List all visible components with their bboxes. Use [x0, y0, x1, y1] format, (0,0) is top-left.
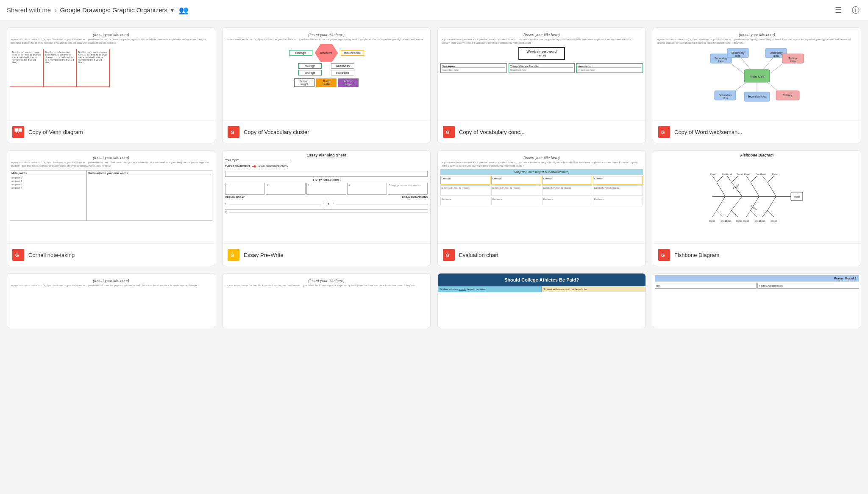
folder-title: Google Drawings: Graphic Organizers	[60, 6, 167, 14]
eval-row3-4: Evidence:	[593, 197, 643, 205]
card-icon-essay: G	[228, 249, 239, 261]
card-title-word-web: Copy of Word web/seman...	[674, 129, 742, 135]
svg-text:Detail: Detail	[709, 220, 715, 222]
svg-line-51	[732, 176, 738, 182]
card-bottom2[interactable]: (Insert your title here) e your instruct…	[222, 273, 431, 328]
people-icon[interactable]: 👥	[179, 6, 188, 15]
card-eval[interactable]: (Insert your title here) e your instruct…	[437, 150, 646, 266]
eval-row3-2: Evidence:	[491, 197, 541, 205]
svg-text:G: G	[446, 130, 450, 135]
fishbone-preview-title: Fishbone Diagram	[656, 153, 858, 157]
svg-text:idea: idea	[735, 54, 741, 57]
card-icon-cornell: G	[12, 249, 24, 261]
eval-row2-4: Successful? Yes / Reason:	[593, 185, 643, 196]
card-venn[interactable]: (Insert your title here) e your instruct…	[7, 27, 215, 143]
card-preview-fishbone: Fishbone Diagram	[653, 151, 861, 244]
breadcrumb-group: Shared with me › Google Drawings: Graphi…	[7, 6, 830, 15]
card-title-cornell: Cornell note-taking	[28, 252, 75, 258]
svg-line-57	[717, 210, 723, 217]
svg-line-54	[762, 176, 768, 182]
svg-line-63	[768, 210, 774, 217]
svg-text:G: G	[231, 253, 234, 258]
arrow-right-icon: ➜	[252, 163, 257, 170]
svg-text:Factor: Factor	[750, 205, 757, 211]
cards-grid: (Insert your title here) e your instruct…	[0, 20, 868, 335]
card-bottom1[interactable]: (Insert your title here) e your instruct…	[7, 273, 215, 328]
card-preview-word-web: (Insert your title here) e your instruct…	[653, 28, 861, 121]
card-fishbone[interactable]: Fishbone Diagram	[653, 150, 861, 266]
breadcrumb-chevron: ›	[54, 6, 56, 14]
svg-line-48	[712, 176, 717, 182]
svg-text:Tertiary: Tertiary	[783, 94, 792, 97]
card-frayer[interactable]: Frayer Model 1 tion: Facts/Characteristi…	[653, 273, 861, 328]
bottom1-preview-text: e your instructions in this box. Or, if …	[10, 284, 212, 287]
svg-text:idea: idea	[718, 60, 724, 63]
card-preview-eval: (Insert your title here) e your instruct…	[438, 151, 645, 244]
card-vocab-concept[interactable]: (Insert your title here) e your instruct…	[437, 27, 646, 143]
svg-text:Secondary idea: Secondary idea	[747, 95, 767, 98]
svg-text:Detail: Detail	[726, 173, 732, 176]
vocab-cluster-preview-title: (Insert your title here)	[225, 33, 428, 37]
card-footer-fishbone: G Fishbone Diagram	[653, 244, 861, 266]
not-paid-because-label: Student athletes should not be paid be	[542, 286, 645, 292]
svg-rect-1	[19, 128, 22, 131]
card-cornell[interactable]: (Insert your title here) e your instruct…	[7, 150, 215, 266]
svg-line-56	[712, 210, 717, 217]
venn-preview-title: (Insert your title here)	[10, 33, 212, 37]
card-word-web[interactable]: (Insert your title here) e your instruct…	[653, 27, 861, 143]
card-preview-vocab-concept: (Insert your title here) e your instruct…	[438, 28, 645, 121]
essay-box-2: 2.	[266, 183, 306, 195]
pentagon-shape: 1	[323, 200, 334, 208]
svg-line-50	[727, 176, 732, 182]
kernel-essay-label: KERNEL ESSAY	[225, 196, 245, 198]
svg-text:Detail: Detail	[772, 173, 778, 176]
svg-text:idea: idea	[790, 60, 796, 63]
essay-preview-title: Essay Planning Sheet	[225, 153, 428, 157]
eval-row3-3: Evidence:	[542, 197, 592, 205]
thesis-input-box	[225, 171, 428, 177]
svg-text:Topic: Topic	[794, 195, 800, 198]
shared-with-me-link[interactable]: Shared with me	[7, 6, 51, 14]
svg-text:G: G	[446, 253, 450, 258]
eval-preview-title: (Insert your title here)	[440, 156, 643, 160]
card-icon-venn: G	[12, 126, 24, 138]
card-footer-essay: G Essay Pre-Write	[223, 244, 430, 266]
eval-header-3: Criterion:	[542, 176, 592, 184]
card-icon-eval: G	[443, 249, 455, 261]
svg-line-60	[746, 210, 751, 217]
svg-text:G: G	[661, 253, 665, 258]
card-footer-vocab-concept: G Copy of Vocabulary conc...	[438, 121, 645, 143]
essay-box-5: 5. only if you use this essay structure	[388, 183, 428, 195]
svg-line-44	[717, 196, 725, 210]
frayer-title: Frayer Model 1	[655, 275, 859, 282]
eval-row2-2: Successful? Yes / no Reason:	[491, 185, 541, 196]
card-icon-vocab-cluster: G	[228, 126, 239, 138]
card-icon-vocab-concept: G	[443, 126, 455, 138]
svg-text:G: G	[16, 130, 19, 134]
svg-text:idea: idea	[723, 97, 728, 100]
word-web-preview-title: (Insert your title here)	[656, 33, 858, 37]
essay-expansions-label: ESSAY EXPANSIONS	[402, 196, 428, 198]
svg-line-52	[746, 176, 751, 182]
eval-row2-3: Successful? Yes / no Reason:	[542, 185, 592, 196]
card-vocab-cluster[interactable]: (Insert your title here) or instructions…	[222, 27, 431, 143]
eval-header-1: Criterion:	[440, 176, 490, 184]
word-web-preview-text: e your instructions in this box. Or, if …	[656, 38, 858, 45]
folder-dropdown-icon[interactable]: ▾	[171, 7, 174, 14]
svg-text:Detail: Detail	[771, 220, 777, 222]
info-icon[interactable]: ⓘ	[850, 3, 861, 17]
card-college-athletes[interactable]: Should College Athletes Be Paid? Student…	[437, 273, 646, 328]
svg-line-61	[751, 210, 757, 217]
essay-box-1: 1.	[225, 183, 265, 195]
svg-text:Detail: Detail	[725, 220, 731, 222]
vocab-cluster-preview-text: or instructions in this box. Or, if you …	[225, 38, 428, 42]
svg-text:Detail: Detail	[743, 220, 749, 222]
paid-because-label: Student athletes should be paid because:	[438, 286, 542, 292]
svg-line-47	[768, 196, 776, 210]
card-icon-word-web: G	[658, 126, 670, 138]
svg-line-49	[717, 176, 723, 182]
card-essay[interactable]: Essay Planning Sheet Your topic: THESIS …	[222, 150, 431, 266]
list-view-icon[interactable]: ☰	[833, 4, 843, 17]
card-title-venn: Copy of Venn diagram	[28, 129, 83, 135]
card-title-vocab-concept: Copy of Vocabulary conc...	[459, 129, 525, 135]
